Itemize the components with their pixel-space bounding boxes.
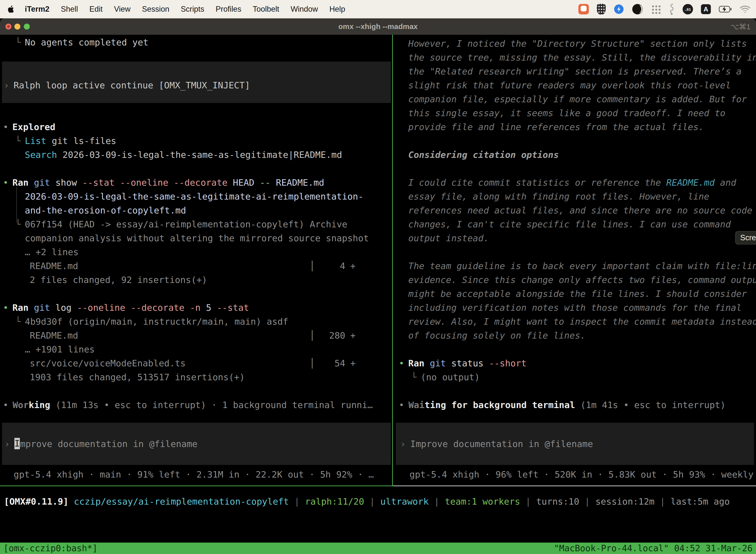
- git-show-output: companion analysis without altering the …: [25, 233, 369, 244]
- pane-border-bottom-right: [393, 486, 756, 486]
- tree-corner-icon: └: [411, 372, 417, 383]
- window-shortcut-badge: ⌥⌘1: [731, 18, 751, 35]
- reasoning-text: evidence. Since this change only affects…: [408, 274, 756, 286]
- bullet-icon: •: [399, 400, 404, 410]
- input-source-icon[interactable]: A: [701, 4, 711, 14]
- bullet-icon: •: [3, 122, 8, 132]
- readme-link-text: README.md: [666, 177, 714, 188]
- menu-profiles[interactable]: Profiles: [215, 5, 241, 14]
- battery-icon[interactable]: [719, 6, 732, 13]
- git-show-summary: 2 files changed, 92 insertions(+): [30, 274, 207, 286]
- reasoning-text: might be acceptable alongside the file l…: [408, 288, 747, 299]
- tree-corner-icon: └: [15, 135, 21, 147]
- apple-menu[interactable]: [7, 5, 15, 13]
- no-agents-text: No agents completed yet: [25, 37, 148, 48]
- menu-scripts[interactable]: Scripts: [181, 5, 204, 14]
- reasoning-text: of focusing solely on file lines.: [408, 330, 586, 341]
- reasoning-text: However, I noticed the "Directory Struct…: [408, 38, 747, 49]
- explored-header: •Explored: [3, 121, 55, 133]
- menu-toolbelt[interactable]: Toolbelt: [253, 5, 279, 14]
- stat-file: README.md: [30, 260, 78, 272]
- stat-separator: │: [310, 330, 315, 341]
- stat-separator: │: [310, 358, 315, 369]
- dots-grid-icon[interactable]: [651, 4, 661, 14]
- tree-guide-line: [16, 187, 17, 223]
- bullet-icon: •: [399, 358, 404, 369]
- verified-badge-icon[interactable]: [614, 4, 624, 14]
- stat-plus: +: [350, 330, 356, 341]
- shield-grid-icon[interactable]: [597, 4, 606, 15]
- git-status-output: (no output): [421, 372, 480, 383]
- pane-divider[interactable]: [392, 35, 393, 486]
- battery-percent-badge[interactable]: ..61: [683, 4, 693, 14]
- reasoning-text: references need actual files, and since …: [408, 205, 752, 216]
- tmux-status-bar: [omx-cczip0:bash*] "MacBook-Pro-44.local…: [0, 543, 756, 554]
- menu-window[interactable]: Window: [291, 5, 318, 14]
- git-log-command: Ran git log --oneline --decorate -n 5 --…: [12, 302, 249, 314]
- prompt-chevron-icon: ›: [400, 438, 406, 450]
- menu-session[interactable]: Session: [142, 5, 169, 14]
- stat-plus: +: [350, 358, 356, 369]
- git-log-output: … +1901 lines: [25, 344, 95, 355]
- reasoning-text: the "Related research writing" section i…: [408, 66, 742, 77]
- explored-search-row: Search2026-03-09-is-legal-the-same-as-le…: [25, 149, 342, 161]
- pane-border-bottom-left: [0, 486, 392, 486]
- squiggle-icon[interactable]: [669, 3, 675, 15]
- git-show-arg-wrap: 2026-03-09-is-legal-the-same-as-legitima…: [25, 191, 363, 202]
- menu-iterm2[interactable]: iTerm2: [25, 5, 49, 14]
- screen-overlay-button[interactable]: Scre: [735, 231, 756, 244]
- reasoning-text: the source tree, missing the essay. Stil…: [408, 52, 756, 63]
- wifi-icon[interactable]: [740, 5, 751, 13]
- reasoning-text: The team guideline is to back every impo…: [408, 260, 756, 272]
- prompt-placeholder: Improve documentation in @filename: [410, 438, 593, 450]
- menu-shell[interactable]: Shell: [61, 5, 78, 14]
- crescent-icon[interactable]: [632, 4, 643, 15]
- tmux-host-clock: "MacBook-Pro-44.local" 04:52 31-Mar-26: [554, 543, 753, 554]
- git-show-output: 067f154 (HEAD -> essay/ai-reimplementati…: [25, 219, 347, 230]
- menu-edit[interactable]: Edit: [89, 5, 103, 14]
- screen-recording-inner: [581, 6, 586, 11]
- git-show-output: … +2 lines: [25, 246, 79, 258]
- stat-count: 54: [315, 358, 345, 369]
- menu-view[interactable]: View: [114, 5, 131, 14]
- window-title: omx --xhigh --madmax: [0, 18, 756, 35]
- git-log-output: 4b9d30f (origin/main, instructkr/main, m…: [25, 316, 288, 327]
- stat-plus: +: [350, 260, 356, 272]
- prompt-chevron-icon: ›: [4, 438, 10, 450]
- bullet-icon: •: [3, 177, 8, 188]
- reasoning-text: output instead.: [408, 233, 489, 244]
- reasoning-text: provide file and line references from th…: [408, 121, 704, 133]
- ralph-banner-text: ›Ralph loop active continue [OMX_TMUX_IN…: [4, 80, 250, 91]
- menu-help[interactable]: Help: [329, 5, 345, 14]
- stat-file: src/voice/voiceModeEnabled.ts: [30, 358, 186, 369]
- stat-count: 4: [315, 260, 345, 272]
- stat-separator: │: [310, 260, 315, 272]
- bullet-icon: •: [3, 400, 8, 410]
- git-show-command: Ran git show --stat --oneline --decorate…: [12, 177, 324, 188]
- bullet-icon: •: [3, 302, 8, 314]
- reasoning-text: changes, I can't cite specific file line…: [408, 219, 731, 230]
- screen-recording-icon[interactable]: [578, 4, 589, 14]
- tmux-session-name: [omx-cczip0:bash*]: [3, 543, 98, 554]
- right-pane: However, I noticed the "Directory Struct…: [393, 35, 756, 486]
- reasoning-text: essay file, along with finding root file…: [408, 191, 709, 202]
- menu-status-icons: ..61 A: [578, 3, 751, 15]
- reasoning-heading: Considering citation options: [408, 149, 559, 161]
- working-status-row: •Working (11m 13s • esc to interrupt) · …: [3, 399, 373, 411]
- title-bar: omx --xhigh --madmax ⌥⌘1: [0, 18, 756, 35]
- session-status-line: gpt-5.4 xhigh · 96% left · 520K in · 5.8…: [410, 469, 756, 480]
- reasoning-text: review. Also, I might want to inspect th…: [408, 316, 756, 327]
- left-pane: └ No agents completed yet ›Ralph loop ac…: [0, 35, 392, 486]
- stat-count: 280: [315, 330, 345, 341]
- explored-list-row: Listgit ls-files: [25, 135, 116, 147]
- text-cursor: I: [14, 438, 20, 449]
- apple-icon: [7, 5, 15, 13]
- session-status-line: gpt-5.4 xhigh · main · 91% left · 2.31M …: [14, 469, 374, 480]
- reasoning-text: this single essay, it seems like a good …: [408, 107, 726, 119]
- reasoning-text: including verification notes with those …: [408, 302, 742, 314]
- tree-corner-icon: └: [15, 316, 21, 327]
- tree-corner-icon: └: [15, 219, 21, 230]
- terminal-content: └ No agents completed yet ›Ralph loop ac…: [0, 35, 756, 554]
- reasoning-text: companion file, especially if more comme…: [408, 94, 747, 105]
- git-show-arg-wrap: and-the-erosion-of-copyleft.md: [25, 205, 186, 216]
